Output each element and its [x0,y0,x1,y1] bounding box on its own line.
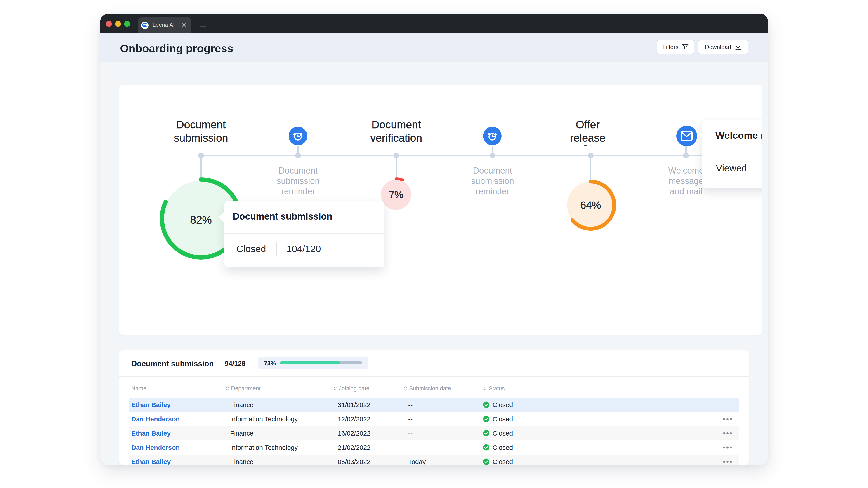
svg-text:ee: ee [143,24,147,27]
